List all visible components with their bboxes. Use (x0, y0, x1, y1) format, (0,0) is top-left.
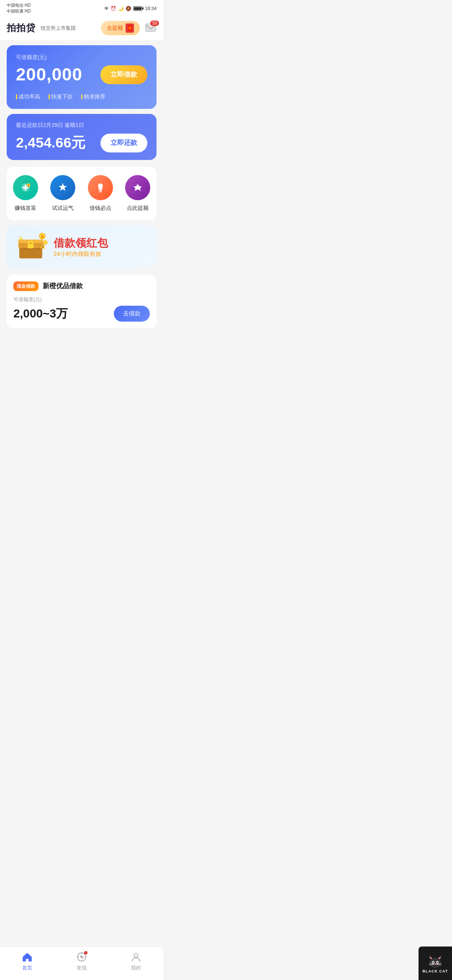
credit-card: 可借额度(元) 200,000 立即借款 成功率高 快速下款 精准推荐 (7, 45, 157, 109)
product-amount: 2,000~3万 (13, 306, 68, 322)
repay-card: 最近还款日2月29日 逾期1日 2,454.66元 立即还款 (7, 114, 157, 160)
eye-icon: 👁 (104, 6, 109, 11)
bell-icon: 🔕 (126, 6, 131, 11)
header-actions: 去提额 🧧 59 (101, 21, 157, 35)
action-tips[interactable]: 借钱必点 (88, 175, 113, 212)
svg-rect-8 (99, 191, 102, 192)
main-content: 可借额度(元) 200,000 立即借款 成功率高 快速下款 精准推荐 最近还款… (0, 40, 163, 380)
svg-point-21 (27, 245, 34, 248)
action-raise[interactable]: 点此提额 (125, 175, 150, 212)
tips-icon (88, 175, 113, 200)
svg-text:💰: 💰 (40, 244, 46, 249)
carrier-info: 中国电信 HD 中国联通 HD (7, 3, 31, 14)
status-bar: 中国电信 HD 中国联通 HD 👁 ⏰ 🌙 🔕 18:34 (0, 0, 163, 16)
product-action-button[interactable]: 去借款 (114, 306, 150, 322)
repay-amount-row: 2,454.66元 立即还款 (16, 133, 147, 152)
svg-rect-3 (25, 185, 26, 191)
repay-amount: 2,454.66元 (16, 133, 85, 152)
banner-image: $ ✨ 💰 (15, 232, 49, 261)
svg-text:$: $ (41, 235, 43, 239)
product-credit-label: 可借额度(元) (13, 296, 150, 303)
raise-icon (125, 175, 150, 200)
red-envelope-icon: 🧧 (126, 23, 134, 33)
svg-text:✨: ✨ (17, 235, 23, 242)
product-amount-row: 2,000~3万 去借款 (13, 306, 150, 322)
credit-amount-row: 200,000 立即借款 (16, 64, 147, 85)
earn-icon: $ (13, 175, 38, 200)
raise-credit-button[interactable]: 去提额 🧧 (101, 21, 140, 35)
status-right: 👁 ⏰ 🌙 🔕 18:34 (104, 6, 157, 11)
banner-title: 借款领红包 (54, 236, 148, 250)
luck-label: 试试运气 (52, 204, 74, 212)
svg-marker-6 (59, 183, 67, 191)
action-luck[interactable]: 试试运气 (50, 175, 75, 212)
alarm-icon: ⏰ (110, 6, 116, 11)
borrow-button[interactable]: 立即借款 (100, 65, 147, 84)
product-header: 现金借款 新橙优品借款 (13, 281, 150, 291)
message-button[interactable]: 59 (145, 23, 157, 33)
luck-icon (50, 175, 75, 200)
loan-banner[interactable]: $ ✨ 💰 (7, 225, 157, 268)
credit-label: 可借额度(元) (16, 54, 147, 61)
moon-icon: 🌙 (118, 6, 124, 11)
header-logo-area: 拍拍贷 纽交所上市集团 (7, 22, 76, 34)
quick-actions: $ 赚钱首富 试试运气 (7, 167, 157, 220)
time-display: 18:34 (145, 6, 157, 11)
credit-tags: 成功率高 快速下款 精准推荐 (16, 93, 147, 101)
message-badge: 59 (150, 21, 159, 26)
svg-rect-7 (99, 190, 102, 191)
banner-subtitle: 24小时内领取有效 (54, 250, 148, 258)
tips-label: 借钱必点 (90, 204, 111, 212)
repay-button[interactable]: 立即还款 (100, 134, 147, 152)
credit-tag-2: 快速下款 (49, 93, 73, 101)
raise-label: 点此提额 (127, 204, 149, 212)
battery-icon (133, 6, 142, 11)
credit-tag-3: 精准推荐 (81, 93, 105, 101)
earn-label: 赚钱首富 (15, 204, 36, 212)
product-name: 新橙优品借款 (43, 282, 83, 291)
svg-text:$: $ (28, 184, 29, 187)
svg-point-10 (136, 186, 139, 189)
product-section: 现金借款 新橙优品借款 可借额度(元) 2,000~3万 去借款 (7, 275, 157, 328)
app-subtitle: 纽交所上市集团 (41, 25, 76, 32)
repay-date: 最近还款日2月29日 逾期1日 (16, 121, 147, 129)
product-badge: 现金借款 (13, 281, 39, 291)
credit-tag-1: 成功率高 (16, 93, 40, 101)
banner-text-area: 借款领红包 24小时内领取有效 (54, 236, 148, 258)
app-logo: 拍拍贷 (7, 22, 36, 34)
credit-amount: 200,000 (16, 64, 82, 85)
app-header: 拍拍贷 纽交所上市集团 去提额 🧧 59 (0, 16, 163, 40)
action-earn[interactable]: $ 赚钱首富 (13, 175, 38, 212)
